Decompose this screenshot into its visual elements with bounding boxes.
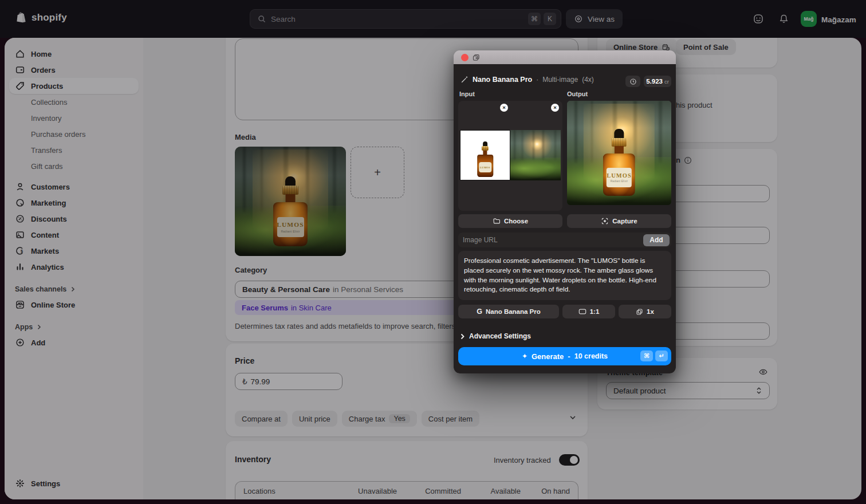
image-url-row: Add [458,233,671,247]
model-select-button[interactable]: G Nano Banana Pro [458,305,559,318]
add-url-button[interactable]: Add [643,234,670,246]
input-image-forest[interactable] [510,130,561,180]
close-window-button[interactable] [461,54,469,61]
wand-icon [460,76,469,84]
folder-icon [493,217,501,225]
capture-icon [601,217,609,225]
remove-input-2-button[interactable]: × [551,104,559,112]
remove-input-1-button[interactable]: × [500,104,508,112]
dialog-header: Nano Banana Pro · Multi-image (4x) [460,76,594,84]
dialog-mode-count: (4x) [582,76,594,84]
output-label: Output [567,90,588,97]
duplicate-window-icon[interactable] [472,53,481,62]
capture-button[interactable]: Capture [567,214,671,228]
copies-icon [636,308,643,316]
history-button[interactable] [625,76,640,87]
nano-banana-dialog: Nano Banana Pro · Multi-image (4x) 5.923… [454,50,676,373]
return-key-icon: ↵ [655,351,668,361]
dialog-title: Nano Banana Pro [473,76,532,84]
output-image[interactable]: LUMOSRadiant Elixir [567,101,671,205]
sparkle-icon: ✦ [522,352,528,360]
prompt-textarea[interactable]: Professional cosmetic advertisement. The… [458,251,671,300]
input-label: Input [459,90,475,97]
credits-badge[interactable]: 5.923 cr [644,76,671,87]
lumos-bottle-art: LUMOSRadiant Elixir [603,129,635,195]
dialog-mode: Multi-image [542,76,578,84]
chevron-right-icon [460,333,465,340]
choose-file-button[interactable]: Choose [458,214,562,228]
advanced-settings-toggle[interactable]: Advanced Settings [460,332,531,340]
generate-button[interactable]: ✦ Generate - 10 credits ⌘ ↵ [458,347,671,365]
modal-dim-overlay [0,0,866,504]
input-image-product[interactable]: LUMOS [460,130,510,180]
image-count-button[interactable]: 1x [619,305,671,318]
generate-cost: 10 credits [574,352,608,360]
aspect-ratio-icon [578,308,586,315]
input-images-panel: × × LUMOS [458,101,562,211]
aspect-ratio-button[interactable]: 1:1 [562,305,615,318]
cmd-key-icon: ⌘ [640,351,653,361]
google-g-icon: G [477,308,482,316]
dialog-body: Nano Banana Pro · Multi-image (4x) 5.923… [454,64,676,373]
dialog-titlebar[interactable] [454,50,676,64]
image-url-input[interactable] [463,236,643,244]
